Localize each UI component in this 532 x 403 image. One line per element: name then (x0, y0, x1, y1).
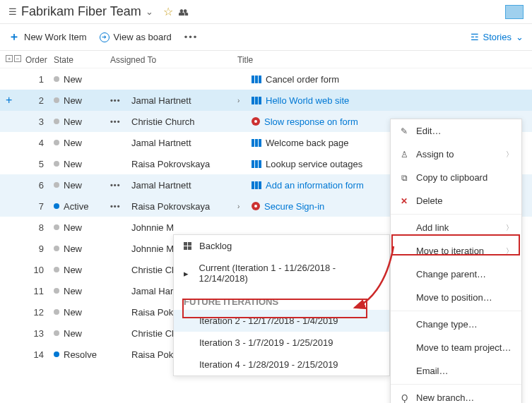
story-icon (252, 76, 261, 83)
work-item-title: Lookup service outages (266, 159, 362, 169)
state-dot-icon (54, 246, 59, 251)
submenu-iteration-3[interactable]: Iteration 3 - 1/7/2019 - 1/25/2019 (174, 332, 389, 354)
row-state: New (54, 222, 110, 233)
state-dot-icon (54, 309, 59, 315)
row-order: 6 (25, 180, 54, 191)
ctx-move-iteration[interactable]: Move to iteration〉 (391, 239, 521, 263)
state-dot-icon (54, 330, 59, 336)
row-assigned: Raisa Pokrovskaya (131, 201, 237, 212)
row-actions-button[interactable]: ••• (110, 96, 131, 104)
work-item-link[interactable]: Add an information form (266, 180, 364, 191)
plus-icon: ＋ (8, 30, 20, 44)
submenu-current[interactable]: ▸ Current (Iteration 1 - 11/26/2018 - 12… (174, 257, 389, 289)
header: ☰ Fabrikam Fiber Team ⌄ ☆ 👥︎ (0, 0, 532, 24)
ctx-move-position[interactable]: Move to position… (391, 286, 521, 309)
story-icon (252, 181, 261, 189)
stories-dropdown[interactable]: ☲ Stories ⌄ (471, 32, 524, 42)
row-state: New (54, 74, 110, 85)
ctx-add-link[interactable]: Add link〉 (391, 216, 521, 239)
star-icon[interactable]: ☆ (163, 5, 173, 18)
row-actions-button[interactable]: ••• (110, 117, 131, 126)
chevron-down-icon: ⌄ (516, 32, 524, 42)
work-item-link[interactable]: Slow response on form (264, 116, 358, 127)
submenu-iteration-4[interactable]: Iteration 4 - 1/28/2019 - 2/15/2019 (174, 354, 389, 365)
expand-collapse-buttons[interactable]: +− (6, 55, 25, 65)
work-item-link[interactable]: Secure Sign-in (264, 201, 324, 212)
row-state: New (54, 95, 110, 106)
clipboard-icon: ⧉ (399, 173, 409, 183)
toolbar: ＋ New Work Item ➔ View as board ••• ☲ St… (0, 24, 532, 51)
row-order: 2 (25, 95, 54, 106)
row-state: New (54, 307, 110, 318)
person-icon: ♙ (399, 150, 409, 160)
row-assigned: Jamal Hartnett (131, 95, 237, 106)
state-dot-icon (54, 97, 59, 103)
submenu-iteration-2[interactable]: Iteration 2 - 12/17/2018 - 1/4/2019 (174, 310, 389, 332)
story-icon (252, 160, 261, 168)
list-icon: ☲ (471, 32, 479, 42)
row-actions-button[interactable]: ••• (110, 181, 131, 189)
team-icon[interactable]: 👥︎ (179, 6, 189, 18)
delete-icon: ✕ (399, 196, 409, 206)
row-order: 12 (25, 307, 54, 318)
chevron-right-icon: 〉 (506, 246, 513, 256)
team-title[interactable]: Fabrikam Fiber Team (21, 4, 141, 19)
row-order: 11 (25, 286, 54, 296)
row-order: 5 (25, 159, 54, 169)
state-dot-icon (54, 351, 59, 357)
ctx-email[interactable]: Email… (391, 359, 521, 365)
backlog-icon: ☰ (8, 6, 17, 17)
state-dot-icon (54, 161, 59, 167)
state-dot-icon (54, 203, 59, 209)
ctx-assign[interactable]: ♙Assign to〉 (391, 143, 521, 166)
expand-caret[interactable]: › (237, 97, 252, 104)
table-row[interactable]: 1NewCancel order form (0, 68, 532, 90)
row-order: 14 (25, 349, 54, 360)
chevron-down-icon[interactable]: ⌄ (146, 6, 153, 17)
more-actions-button[interactable]: ••• (184, 32, 199, 42)
context-menu: ✎Edit… ♙Assign to〉 ⧉Copy to clipboard ✕D… (390, 119, 522, 365)
row-state: New (54, 328, 110, 339)
row-actions-button[interactable]: ••• (110, 202, 131, 210)
work-item-link[interactable]: Hello World web site (266, 95, 349, 106)
expand-caret[interactable]: › (237, 203, 252, 210)
col-order[interactable]: Order (25, 55, 54, 65)
ctx-move-project[interactable]: Move to team project… (391, 336, 521, 359)
state-dot-icon (54, 182, 59, 188)
stories-label: Stories (483, 32, 512, 42)
table-row[interactable]: +2New•••Jamal Hartnett›Hello World web s… (0, 90, 532, 111)
bug-icon (252, 117, 260, 126)
row-order: 8 (25, 222, 54, 233)
col-assigned[interactable]: Assigned To (110, 55, 237, 65)
ctx-change-parent[interactable]: Change parent… (391, 263, 521, 286)
ctx-delete[interactable]: ✕Delete (391, 189, 521, 212)
row-state: New (54, 286, 110, 296)
row-assigned: Johnnie M (131, 222, 237, 233)
submenu-backlog[interactable]: Backlog (174, 235, 389, 257)
row-order: 9 (25, 243, 54, 254)
state-dot-icon (54, 267, 59, 272)
new-work-item-button[interactable]: ＋ New Work Item (8, 30, 87, 44)
work-item-title: Welcome back page (266, 138, 349, 148)
row-state: New (54, 265, 110, 275)
state-dot-icon (54, 224, 59, 230)
add-child-button[interactable]: + (6, 94, 25, 107)
iteration-submenu: Backlog ▸ Current (Iteration 1 - 11/26/2… (173, 234, 390, 365)
row-order: 1 (25, 74, 54, 85)
row-assigned: Raisa Pokrovskaya (131, 159, 237, 169)
ctx-change-type[interactable]: Change type… (391, 313, 521, 336)
view-as-board-button[interactable]: ➔ View as board (100, 32, 172, 42)
ctx-edit[interactable]: ✎Edit… (391, 119, 521, 143)
ctx-copy[interactable]: ⧉Copy to clipboard (391, 166, 521, 189)
col-title[interactable]: Title (237, 55, 526, 65)
state-dot-icon (54, 76, 59, 82)
row-assigned: Jamal Hartnett (131, 180, 237, 191)
story-icon (252, 97, 261, 104)
row-state: Active (54, 201, 110, 212)
col-state[interactable]: State (54, 55, 110, 65)
row-order: 10 (25, 265, 54, 275)
row-state: New (54, 116, 110, 127)
header-highlight (505, 5, 524, 19)
column-headers: +− Order State Assigned To Title (0, 51, 532, 68)
state-dot-icon (54, 288, 59, 294)
